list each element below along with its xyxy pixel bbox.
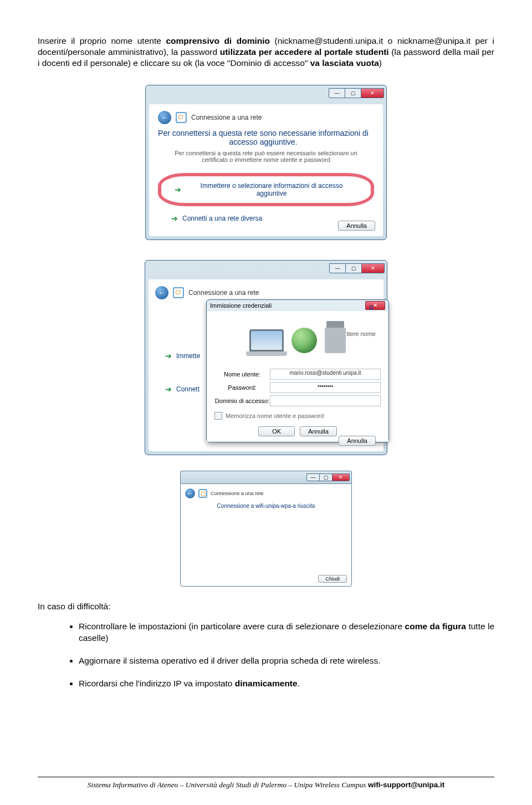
bullet-update-drivers: Aggiornare il sistema operativo ed il dr… [79, 655, 494, 667]
credentials-dialog: Immissione credenziali ✕ Nom [206, 299, 389, 442]
intro-bold-1: comprensivo di dominio [166, 36, 270, 45]
bg-opt2: Connett [176, 385, 200, 393]
minimize-button[interactable]: — [329, 88, 345, 98]
network-icon [173, 287, 184, 298]
breadcrumb: Connessione a una rete [188, 289, 259, 297]
arrow-right-icon: ➔ [171, 214, 178, 223]
close-button[interactable]: ✕ [361, 88, 384, 98]
dialog-cancel-button[interactable]: Annulla [300, 426, 337, 436]
username-label: Nome utente: [214, 371, 270, 378]
figure-2: — ▢ ✕ ← Connessione a una rete Per conne… [38, 256, 494, 460]
ok-button[interactable]: OK [258, 426, 295, 436]
minimize-button[interactable]: — [329, 263, 346, 273]
server-icon [325, 328, 346, 353]
figure-1: — ▢ ✕ ← Connessione a una rete Per conne… [38, 80, 494, 244]
bg-opt1: Immette [176, 352, 200, 360]
bg-sub-right: ttere nome [346, 330, 376, 337]
option-label: Immettere o selezionare informazioni di … [186, 182, 357, 197]
dialog-close-button[interactable]: ✕ [365, 301, 385, 310]
breadcrumb: Connessione a una rete [211, 491, 264, 496]
bullet-recheck-settings: Ricontrollare le impostazioni (in partic… [79, 621, 494, 644]
arrow-right-icon: ➔ [165, 351, 172, 360]
arrow-right-icon: ➔ [175, 185, 181, 194]
window-connect-network: — ▢ ✕ ← Connessione a una rete Per conne… [145, 85, 387, 240]
page-footer: Sistema Informativo di Ateneo – Universi… [38, 777, 494, 789]
highlight-circle: ➔ Immettere o selezionare informazioni d… [158, 173, 374, 206]
back-icon[interactable]: ← [185, 488, 195, 498]
laptop-icon [249, 329, 284, 351]
close-dialog-button[interactable]: Chiudi [318, 575, 347, 583]
back-icon[interactable]: ← [158, 111, 171, 124]
footer-email: wifi-support@unipa.it [368, 781, 444, 789]
document-page: Inserire il proprio nome utente comprens… [0, 0, 532, 805]
back-icon[interactable]: ← [155, 286, 168, 299]
bg-heading-right: o [369, 303, 374, 312]
difficulty-heading: In caso di difficoltà: [38, 601, 494, 612]
bullet-dynamic-ip: Ricordarsi che l'indirizzo IP va imposta… [79, 678, 494, 690]
network-icon [176, 112, 187, 123]
globe-icon [291, 328, 317, 353]
option-label: Connetti a una rete diversa [182, 215, 262, 222]
window-connection-success: — ▢ ✕ ← Connessione a una rete Connessio… [180, 471, 352, 587]
intro-bold-2: utilizzata per accedere al portale stude… [220, 47, 389, 57]
maximize-button[interactable]: ▢ [346, 263, 362, 273]
intro-text-1: Inserire il proprio nome utente [38, 36, 166, 45]
window-titlebar: — ▢ ✕ [145, 261, 387, 276]
breadcrumb: Connessione a una rete [191, 114, 262, 121]
difficulty-list: Ricontrollare le impostazioni (in partic… [38, 621, 494, 690]
intro-text-4: ) [379, 58, 382, 68]
remember-checkbox[interactable] [214, 412, 222, 420]
dialog-heading: Per connettersi a questa rete sono neces… [158, 129, 369, 146]
intro-bold-3: va lasciata vuota [310, 58, 379, 68]
remember-label: Memorizza nome utente e password [226, 412, 324, 419]
window-connect-network-with-dialog: — ▢ ✕ ← Connessione a una rete Per conne… [145, 260, 387, 455]
password-input[interactable]: •••••••• [270, 382, 381, 393]
maximize-button[interactable]: ▢ [345, 88, 361, 98]
arrow-right-icon: ➔ [165, 385, 172, 394]
option-enter-credentials[interactable]: ➔ Immettere o selezionare informazioni d… [169, 179, 363, 201]
figure-3: — ▢ ✕ ← Connessione a una rete Connessio… [38, 471, 494, 587]
close-button[interactable]: ✕ [332, 473, 350, 481]
maximize-button[interactable]: ▢ [320, 473, 332, 481]
close-button[interactable]: ✕ [362, 263, 385, 273]
cancel-button[interactable]: Annulla [339, 436, 376, 446]
minimize-button[interactable]: — [306, 473, 320, 481]
success-status: Connessione a wifi-unipa-wpa-a riuscita [185, 503, 347, 509]
cancel-button[interactable]: Annulla [338, 221, 375, 231]
domain-input[interactable] [270, 395, 381, 406]
dialog-subtext: Per connettersi a questa rete può essere… [163, 150, 369, 163]
network-icon [198, 489, 207, 498]
dialog-title: Immissione credenziali [210, 302, 272, 309]
credentials-graphic [214, 320, 381, 361]
username-input[interactable]: mario.rossi@studenti.unipa.it [270, 369, 381, 380]
password-label: Password: [214, 384, 270, 391]
intro-paragraph: Inserire il proprio nome utente comprens… [38, 35, 494, 69]
domain-label: Dominio di accesso: [214, 398, 270, 404]
window-titlebar: — ▢ ✕ [146, 85, 386, 101]
footer-italic: Sistema Informativo di Ateneo – Universi… [88, 781, 368, 789]
